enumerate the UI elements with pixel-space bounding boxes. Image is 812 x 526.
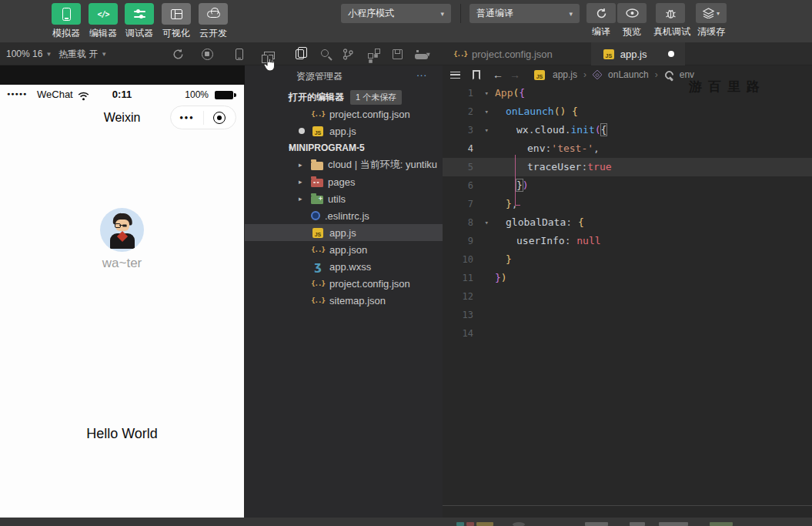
clear-cache-button[interactable]: ▾ 清缓存 [694, 3, 728, 39]
file-tree-item[interactable]: cloud | 当前环境: yuntiku [245, 156, 443, 173]
back-arrow[interactable]: ← [493, 69, 503, 81]
bookmark-icon[interactable] [473, 70, 480, 80]
unsaved-count-badge: 1 个未保存 [350, 90, 402, 105]
docker-whale-icon[interactable] [413, 45, 429, 62]
open-editor-item[interactable]: app.js [245, 122, 443, 139]
layers-icon: ▾ [696, 3, 727, 23]
statusbar-fragment [513, 522, 525, 526]
line-number-gutter: 1▾2▾3▾45678▾91011121314 [443, 84, 492, 343]
explorer-more-menu[interactable]: ... [416, 67, 427, 79]
file-tree-item[interactable]: app.wxss [245, 258, 443, 275]
device-icon[interactable] [231, 45, 248, 62]
editor-tabs: project.config.json app.js [443, 42, 685, 65]
breadcrumb-file[interactable]: app.js [553, 69, 577, 80]
editor-tab[interactable]: project.config.json [443, 42, 591, 65]
file-type-icon [312, 126, 323, 136]
eye-icon [617, 3, 647, 23]
cloud-icon [199, 3, 228, 25]
line-number: 4 [443, 139, 492, 158]
file-tree-item[interactable]: utils [245, 190, 443, 207]
project-file-list: cloud | 当前环境: yuntiku pages utils [245, 156, 443, 309]
save-icon[interactable] [389, 45, 406, 62]
code-line: }) [495, 176, 812, 195]
file-type-icon [311, 179, 323, 187]
debugger-mode-button[interactable]: 调试器 [121, 3, 158, 40]
code-line: App({ [495, 84, 812, 102]
zoom-dropdown[interactable]: 100% 16 ▼ [6, 42, 52, 65]
user-nickname[interactable]: wa~ter [0, 256, 244, 271]
outline-list-icon[interactable] [450, 72, 460, 79]
user-avatar[interactable] [100, 208, 144, 252]
chevron-down-icon: ▼ [101, 51, 107, 58]
file-tree-item[interactable]: pages [245, 173, 443, 190]
record-icon[interactable] [199, 45, 216, 62]
statusbar-fragment [466, 522, 474, 526]
visualization-mode-button[interactable]: 可视化 [158, 3, 195, 40]
multi-window-icon[interactable] [261, 45, 278, 62]
file-tree-item[interactable]: project.config.json [245, 275, 443, 292]
chevron-down-icon: ▾ [245, 144, 289, 152]
code-area: 1▾2▾3▾45678▾91011121314 App({onLaunch() … [443, 84, 812, 518]
file-tree-item[interactable]: sitemap.json [245, 292, 443, 309]
project-section[interactable]: ▾ MINIPROGRAM-5 [245, 139, 443, 156]
compile-button[interactable]: 编译 [586, 3, 616, 39]
simulator-mode-button[interactable]: 模拟器 [48, 3, 85, 40]
fold-chevron-icon[interactable]: ▾ [485, 121, 489, 139]
refresh-icon [586, 3, 616, 23]
explorer-title: 资源管理器 [296, 70, 343, 83]
statusbar-fragment [456, 522, 464, 526]
code-line: userInfo: null [495, 232, 812, 250]
line-number: 2▾ [443, 102, 492, 121]
file-tree-item[interactable]: .eslintrc.js [245, 207, 443, 224]
line-number: 11 [443, 269, 492, 287]
git-branch-icon[interactable] [339, 45, 356, 62]
editor-tab[interactable]: app.js [591, 42, 686, 65]
rotate-icon[interactable] [169, 45, 186, 62]
open-editor-item[interactable]: project.config.json [245, 106, 443, 122]
file-tree-item[interactable]: app.js [245, 224, 443, 241]
more-button[interactable]: ●●● [171, 114, 203, 121]
code-editor: ← → app.js › onLaunch › env 游百里路 1▾2▾3▾4… [443, 65, 812, 518]
fold-chevron-icon[interactable]: ▾ [485, 84, 489, 102]
editor-mode-button[interactable]: </> 编辑器 [85, 3, 122, 40]
symbol-cube-icon [592, 69, 602, 79]
line-number: 1▾ [443, 84, 492, 102]
hot-reload-dropdown[interactable]: 热重载 开 ▼ [58, 42, 107, 65]
target-icon [213, 112, 226, 124]
file-type-icon [311, 260, 325, 273]
files-explorer-icon[interactable] [291, 45, 308, 62]
js-file-icon [534, 70, 545, 80]
line-number: 5 [443, 158, 492, 176]
line-number: 14 [443, 324, 492, 343]
close-target-button[interactable] [204, 112, 236, 124]
wrench-icon [664, 70, 673, 79]
fold-chevron-icon[interactable]: ▾ [485, 213, 489, 232]
cloud-dev-button[interactable]: 云开发 [195, 3, 232, 40]
code-line: } [495, 250, 812, 269]
fold-chevron-icon[interactable]: ▾ [485, 102, 489, 121]
expand-arrow-icon [299, 195, 311, 203]
mode-dropdown[interactable]: 小程序模式 ▾ [341, 4, 451, 23]
code-line: traceUser:true [495, 158, 812, 176]
open-editors-section[interactable]: ▾ 打开的编辑器 1 个未保存 [245, 89, 443, 106]
preview-button[interactable]: 预览 [617, 3, 647, 39]
main-toolbar: 模拟器 </> 编辑器 调试器 可视化 云开发 小程序模式 ▾ 普通编译 ▾ [0, 0, 812, 42]
extensions-icon[interactable] [364, 45, 381, 62]
real-device-debug-button[interactable]: 真机调试 [653, 3, 687, 39]
compile-mode-dropdown[interactable]: 普通编译 ▾ [469, 4, 580, 23]
file-tree-item[interactable]: app.json [245, 241, 443, 258]
code-line: onLaunch() { [495, 102, 812, 121]
file-type-icon [311, 108, 325, 120]
code-line [495, 324, 812, 343]
line-number: 3▾ [443, 121, 492, 139]
statusbar-fragment [585, 522, 608, 526]
forward-arrow[interactable]: → [510, 69, 520, 81]
search-icon[interactable] [316, 45, 332, 62]
code-line: env:'test-', [495, 139, 812, 158]
statusbar-fragment [476, 522, 493, 526]
expand-arrow-icon [299, 161, 311, 169]
line-number: 8▾ [443, 213, 492, 232]
grid-icon [162, 3, 191, 25]
breadcrumb-scope[interactable]: onLaunch [608, 69, 649, 80]
open-editors-list: project.config.json app.js [245, 106, 443, 139]
